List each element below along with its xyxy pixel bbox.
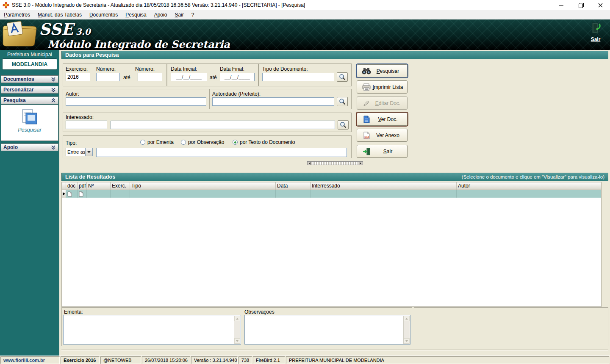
interessado-name-input[interactable] — [111, 121, 335, 129]
col-header-interessado[interactable]: Interressado — [311, 182, 457, 190]
group-interessado: Interessado: — [63, 113, 352, 132]
sidebar-section-personalizar[interactable]: Personalizar — [1, 86, 58, 94]
status-bar: www.fiorilli.com.br Exercicio 2016 @NETO… — [0, 356, 610, 364]
ver-doc-button[interactable]: Ver Doc. — [357, 113, 408, 126]
banner-exit-button[interactable]: Sair — [585, 22, 606, 42]
interessado-label: Interessado: — [66, 114, 94, 120]
sidebar-pesquisar-label[interactable]: Pesquisar — [1, 127, 58, 133]
menu-documentos[interactable]: Documentos — [86, 10, 122, 19]
scroll-left-icon[interactable] — [308, 162, 312, 165]
ementa-scrollbar[interactable] — [234, 316, 240, 344]
tipo-documento-lookup-button[interactable] — [337, 72, 348, 82]
sair-button[interactable]: Sair — [357, 145, 408, 158]
menu-manut-das-tabelas[interactable]: Manut. das Tabelas — [34, 10, 86, 19]
row-exercicio-cell[interactable] — [111, 190, 130, 198]
chevron-down-icon[interactable] — [85, 148, 92, 156]
observacoes-scrollbar[interactable] — [403, 316, 410, 344]
numero-from-input[interactable] — [96, 73, 120, 81]
data-final-input[interactable] — [220, 73, 255, 81]
sidebar-section-pesquisa[interactable]: Pesquisa — [1, 97, 58, 104]
status-operator: @NETOWEB — [100, 356, 141, 364]
imprimir-lista-button[interactable]: Imprimir Lista — [357, 80, 408, 94]
scroll-track[interactable] — [312, 162, 358, 165]
data-inicial-input[interactable] — [171, 73, 207, 81]
restore-button[interactable] — [571, 0, 591, 10]
row-autor-cell[interactable] — [457, 190, 601, 198]
row-interessado-cell[interactable] — [311, 190, 457, 198]
observacoes-textarea[interactable] — [244, 315, 410, 345]
exercicio-input[interactable] — [66, 73, 90, 81]
col-header-numero[interactable]: Nº — [87, 182, 111, 190]
status-website[interactable]: www.fiorilli.com.br — [0, 356, 60, 364]
dados-pesquisa-header: Dados para Pesquisa — [61, 51, 608, 59]
status-datetime: 26/07/2018 15:20:06 — [142, 356, 190, 364]
radio-por-texto-documento[interactable]: por Texto do Documento — [233, 139, 295, 145]
radio-icon — [233, 140, 238, 145]
status-version: Versão : 3.21.14.940 — [191, 356, 238, 364]
data-inicial-label: Data Inicial: — [171, 66, 197, 72]
col-header-tipo[interactable]: Tipo — [130, 182, 276, 190]
scroll-down-icon[interactable] — [404, 338, 410, 344]
menu-parametros[interactable]: Parâmetros — [0, 10, 34, 19]
window-controls — [552, 0, 610, 10]
ver-doc-button-label: Ver Doc. — [372, 116, 404, 122]
row-indicator-icon — [63, 192, 65, 196]
minimize-button[interactable] — [552, 0, 571, 10]
row-data-cell[interactable] — [276, 190, 311, 198]
exit-door-icon — [585, 22, 606, 36]
pesquisar-documents-icon[interactable] — [20, 108, 39, 127]
col-header-exercicio[interactable]: Exerc. — [111, 182, 130, 190]
sidebar: Prefeitura Municipal MODELANDIA Document… — [0, 50, 59, 356]
menu-sair[interactable]: Sair — [171, 10, 187, 19]
numero-to-label: Número: — [135, 66, 155, 72]
chevron-double-down-icon — [51, 145, 56, 150]
banner-subtitle: Módulo Integrado de Secretaria — [47, 38, 230, 50]
chevron-double-down-icon — [51, 77, 56, 82]
svg-text:PDF: PDF — [364, 136, 368, 138]
form-horizontal-scrollbar[interactable] — [307, 161, 363, 165]
interessado-code-input[interactable] — [66, 121, 107, 129]
grid-selected-row[interactable] — [62, 190, 601, 198]
tipo-documento-input[interactable] — [262, 73, 334, 81]
radio-por-observacao[interactable]: por Observação — [181, 139, 224, 145]
app-icon — [3, 2, 9, 8]
interessado-lookup-button[interactable] — [338, 120, 349, 130]
scroll-down-icon[interactable] — [234, 338, 240, 344]
row-pdf-cell[interactable] — [78, 190, 87, 198]
autor-input[interactable] — [66, 97, 206, 106]
status-entity: PREFEITURA MUNICIPAL DE MODELANDIA — [286, 356, 609, 364]
close-button[interactable] — [591, 0, 610, 10]
row-doc-cell[interactable] — [66, 190, 78, 198]
menu-apoio[interactable]: Apoio — [150, 10, 171, 19]
menu-pesquisa[interactable]: Pesquisa — [122, 10, 150, 19]
ver-anexo-button[interactable]: PDF Ver Anexo — [357, 129, 408, 142]
status-exercicio: Exercicio 2016 — [61, 356, 100, 364]
ementa-textarea[interactable] — [63, 315, 241, 345]
sidebar-section-label: Personalizar — [3, 87, 33, 93]
autoridade-input[interactable] — [212, 97, 334, 106]
numero-to-input[interactable] — [138, 73, 162, 81]
tipo-select[interactable]: Entre as — [66, 148, 93, 156]
scroll-up-icon[interactable] — [404, 316, 410, 321]
sidebar-section-documentos[interactable]: Documentos — [1, 75, 58, 83]
pesquisar-button[interactable]: Pesquisar — [357, 64, 408, 77]
editar-doc-button[interactable]: Editar Doc. — [357, 97, 408, 110]
autoridade-lookup-button[interactable] — [337, 97, 348, 106]
col-header-doc[interactable]: doc — [66, 182, 78, 190]
col-header-data[interactable]: Data — [276, 182, 311, 190]
col-header-autor[interactable]: Autor — [457, 182, 601, 190]
col-header-pdf[interactable]: pdf — [78, 182, 87, 190]
sidebar-section-label: Documentos — [3, 76, 34, 82]
menu-help[interactable]: ? — [188, 10, 198, 19]
window-title: SSE 3.0 - Módulo Integrado de Secretaria… — [12, 2, 305, 8]
group-tipo-documento: Tipo de Documento: — [258, 63, 352, 86]
row-tipo-cell[interactable] — [130, 190, 276, 198]
dados-pesquisa-title: Dados para Pesquisa — [65, 52, 119, 58]
texto-documento-input[interactable] — [96, 148, 347, 157]
sidebar-section-apoio[interactable]: Apoio — [1, 143, 58, 151]
scroll-up-icon[interactable] — [234, 316, 240, 321]
scroll-right-icon[interactable] — [358, 162, 363, 165]
binoculars-icon — [361, 67, 372, 74]
row-numero-cell[interactable] — [87, 190, 111, 198]
radio-por-ementa[interactable]: por Ementa — [140, 139, 174, 145]
